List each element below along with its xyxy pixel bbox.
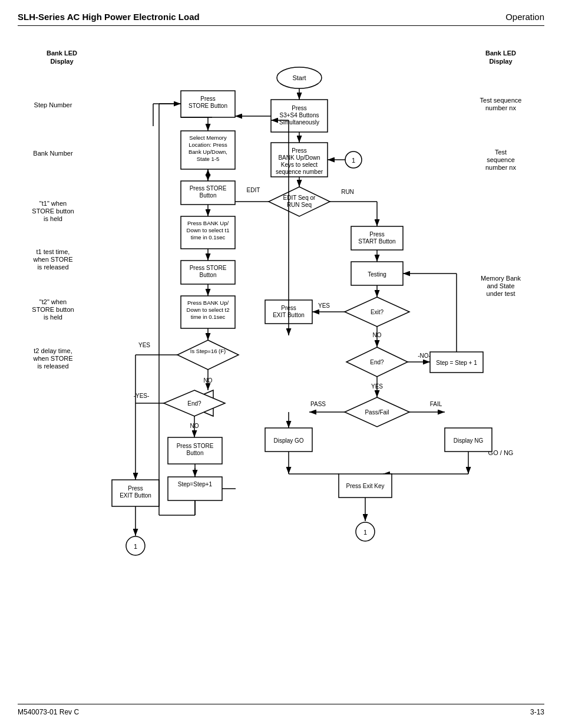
t1-test-label1: t1 test time, bbox=[37, 248, 70, 255]
t1-when-label1: "t1" when bbox=[39, 200, 67, 207]
t2-delay-label3: is released bbox=[37, 363, 68, 370]
select-memory-text2: Location: Press bbox=[189, 141, 227, 148]
memory-bank-label3: under test bbox=[487, 290, 515, 297]
press-store-top-text2: STORE Button bbox=[189, 103, 227, 109]
display-ng-label: Display NG bbox=[454, 437, 484, 444]
press-bank-text1: Press bbox=[292, 147, 307, 154]
page: SLH-Series AC High Power Electronic Load… bbox=[0, 0, 562, 728]
exit-label: Exit? bbox=[371, 309, 384, 315]
press-store-2-text1: Press STORE bbox=[190, 185, 227, 192]
press-start-text2: START Button bbox=[358, 238, 395, 245]
left-bank-led-label: Bank LED bbox=[47, 50, 77, 57]
press-store-3-text2: Button bbox=[200, 272, 217, 278]
end-right-label: End? bbox=[370, 359, 384, 365]
memory-bank-label1: Memory Bank bbox=[481, 275, 521, 282]
memory-bank-label2: and State bbox=[487, 282, 514, 289]
press-start-text1: Press bbox=[369, 231, 385, 238]
press-bank-t2-text3: time in 0.1sec bbox=[191, 314, 226, 320]
press-exit-left-text1: Press bbox=[128, 485, 143, 492]
diagram-area: Bank LED Display Step Number Bank Number… bbox=[18, 32, 544, 668]
press-store-2-text2: Button bbox=[200, 192, 217, 199]
page-footer: M540073-01 Rev C 3-13 bbox=[18, 704, 544, 716]
testing-label: Testing bbox=[368, 271, 386, 278]
header-section: Operation bbox=[505, 12, 544, 22]
step-step1-right-label: Step = Step + 1 bbox=[436, 360, 477, 366]
press-bank-t1-text1: Press BANK Up/ bbox=[187, 220, 229, 226]
press-store-top-text1: Press bbox=[200, 95, 216, 102]
fail-label: FAIL bbox=[430, 401, 442, 407]
yes-end-label: -YES- bbox=[134, 393, 150, 399]
t2-when-label3: is held bbox=[44, 314, 62, 321]
test-seq-nx1-label2: number nx bbox=[485, 104, 516, 111]
press-bank-t2-text2: Down to select t2 bbox=[187, 307, 230, 313]
footer-right: 3-13 bbox=[530, 708, 544, 716]
t2-when-label1: "t2" when bbox=[39, 298, 67, 305]
display-go-label: Display GO bbox=[273, 437, 303, 444]
press-bank-text2: BANK Up/Down bbox=[278, 154, 320, 161]
edit-run-text2: RUN Seq bbox=[287, 202, 312, 208]
end-left-text: End? bbox=[187, 400, 201, 407]
is-step16-diamond bbox=[177, 340, 239, 370]
footer-left: M540073-01 Rev C bbox=[18, 708, 79, 716]
pass-label: PASS bbox=[310, 401, 326, 407]
edit-label: EDIT bbox=[247, 187, 260, 193]
is-step16-text1: Is Step=16 (F) bbox=[190, 348, 226, 354]
flowchart-svg: Bank LED Display Step Number Bank Number… bbox=[18, 32, 544, 668]
press-store-bottom-text1: Press STORE bbox=[177, 443, 214, 449]
test-seq-nx2-label3: number nx bbox=[485, 164, 516, 171]
yes-exit-label: YES bbox=[318, 302, 330, 309]
left-bank-led-label2: Display bbox=[50, 58, 74, 65]
t1-when-label3: is held bbox=[44, 215, 62, 222]
press-exit-key-label: Press Exit Key bbox=[346, 483, 384, 489]
connector-1-bottom-right-label: 1 bbox=[363, 529, 367, 536]
step-step1-left-text1: Step=Step+1 bbox=[178, 481, 213, 487]
t2-delay-label1: t2 delay time, bbox=[34, 347, 72, 354]
right-bank-led-label2: Display bbox=[489, 58, 513, 65]
press-s3s4-text1: Press bbox=[292, 105, 307, 111]
right-bank-led-label: Bank LED bbox=[485, 50, 516, 57]
test-seq-nx1-label1: Test sequence bbox=[480, 97, 522, 104]
no-end-right-label: -NO- bbox=[418, 353, 431, 359]
press-store-bottom-text2: Button bbox=[187, 450, 204, 456]
select-memory-text1: Select Memory bbox=[189, 134, 227, 141]
press-bank-t1-text3: time in 0.1sec bbox=[191, 234, 226, 241]
select-memory-text4: State 1-5 bbox=[197, 156, 220, 162]
connector-1-bottom-left-label: 1 bbox=[134, 543, 137, 550]
press-bank-text4: sequence number bbox=[276, 169, 323, 175]
select-memory-text3: Bank Up/Down, bbox=[189, 149, 227, 155]
step-number-label: Step Number bbox=[34, 101, 72, 108]
press-store-3-text1: Press STORE bbox=[190, 265, 227, 271]
t2-delay-label2: when STORE bbox=[32, 355, 72, 362]
t1-when-label2: STORE button bbox=[32, 207, 74, 215]
edit-run-text1: EDIT Seq or bbox=[283, 195, 316, 201]
press-bank-t2-text1: Press BANK Up/ bbox=[187, 299, 229, 306]
press-exit-left-text2: EXIT Button bbox=[120, 492, 151, 499]
connector-1-top-right-label: 1 bbox=[352, 157, 355, 164]
t1-test-label2: when STORE bbox=[32, 256, 72, 263]
test-seq-nx2-label1: Test bbox=[495, 149, 507, 156]
pass-fail-label: Pass/Fail bbox=[365, 409, 389, 416]
run-label: RUN bbox=[341, 189, 354, 195]
press-s3s4-text2: S3+S4 Buttons bbox=[280, 112, 319, 118]
test-seq-nx2-label2: sequence bbox=[487, 156, 515, 163]
start-label: Start bbox=[292, 74, 306, 81]
yes-step16-label: YES bbox=[138, 342, 150, 348]
press-bank-text3: Keys to select bbox=[281, 162, 318, 168]
press-bank-t1-text2: Down to select t1 bbox=[187, 227, 230, 233]
header-title: SLH-Series AC High Power Electronic Load bbox=[18, 12, 200, 22]
t1-test-label3: is released bbox=[37, 263, 68, 271]
bank-number-label: Bank Number bbox=[33, 150, 73, 157]
step-step1-left-box bbox=[168, 477, 222, 500]
t2-when-label2: STORE button bbox=[32, 306, 74, 313]
page-header: SLH-Series AC High Power Electronic Load… bbox=[18, 12, 544, 26]
